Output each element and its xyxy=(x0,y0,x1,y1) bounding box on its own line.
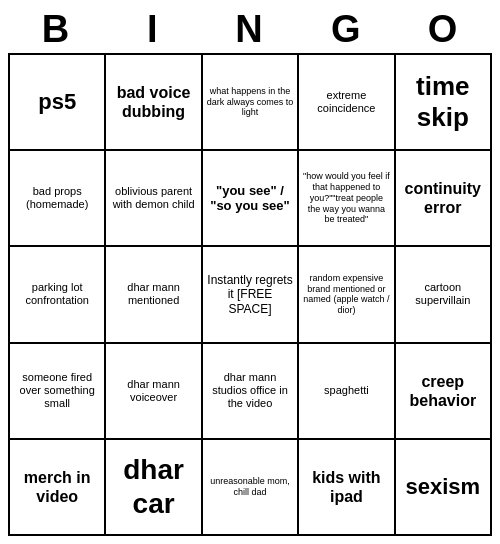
cell-16: dhar mann voiceover xyxy=(106,344,202,440)
cell-7: "you see" / "so you see" xyxy=(203,151,299,247)
cell-2: what happens in the dark always comes to… xyxy=(203,55,299,151)
cell-11: dhar mann mentioned xyxy=(106,247,202,343)
cell-14: cartoon supervillain xyxy=(396,247,492,343)
cell-13: random expensive brand mentioned or name… xyxy=(299,247,395,343)
bingo-grid: ps5 bad voice dubbing what happens in th… xyxy=(8,53,492,536)
cell-4: time skip xyxy=(396,55,492,151)
cell-10: parking lot confrontation xyxy=(10,247,106,343)
cell-12-freespace: Instantly regrets it [FREE SPACE] xyxy=(203,247,299,343)
cell-6: oblivious parent with demon child xyxy=(106,151,202,247)
title-b: B xyxy=(8,8,105,51)
cell-19: creep behavior xyxy=(396,344,492,440)
cell-1: bad voice dubbing xyxy=(106,55,202,151)
cell-15: someone fired over something small xyxy=(10,344,106,440)
cell-17: dhar mann studios office in the video xyxy=(203,344,299,440)
cell-5: bad props (homemade) xyxy=(10,151,106,247)
title-o: O xyxy=(395,8,492,51)
bingo-title: B I N G O xyxy=(8,8,492,51)
cell-9: continuity error xyxy=(396,151,492,247)
cell-3: extreme coincidence xyxy=(299,55,395,151)
cell-8: "how would you feel if that happened to … xyxy=(299,151,395,247)
title-g: G xyxy=(298,8,395,51)
title-n: N xyxy=(202,8,299,51)
cell-18: spaghetti xyxy=(299,344,395,440)
cell-23: kids with ipad xyxy=(299,440,395,536)
cell-24: sexism xyxy=(396,440,492,536)
cell-0: ps5 xyxy=(10,55,106,151)
cell-22: unreasonable mom, chill dad xyxy=(203,440,299,536)
title-i: I xyxy=(105,8,202,51)
cell-20: merch in video xyxy=(10,440,106,536)
cell-21: dhar car xyxy=(106,440,202,536)
